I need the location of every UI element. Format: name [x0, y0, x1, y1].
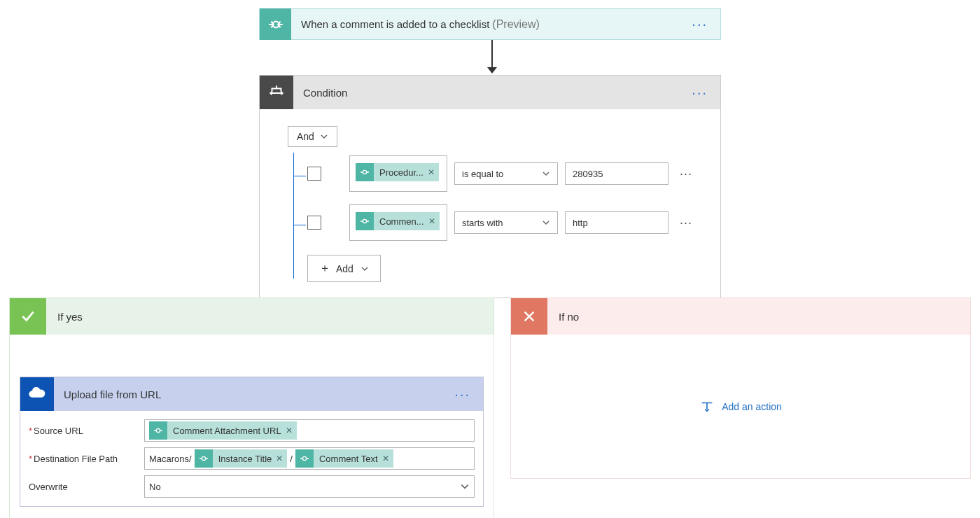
- if-yes-header: If yes: [10, 298, 493, 335]
- condition-more-icon[interactable]: ···: [692, 85, 708, 101]
- trigger-title: When a comment is added to a checklist: [301, 18, 489, 30]
- add-condition-button[interactable]: ＋ Add: [307, 255, 381, 282]
- operand-field[interactable]: Procedur... ✕: [349, 155, 447, 192]
- row-checkbox[interactable]: [307, 216, 321, 230]
- svg-point-5: [302, 456, 306, 460]
- field-label: *Source URL: [29, 426, 144, 436]
- upload-header[interactable]: Upload file from URL ···: [20, 377, 483, 411]
- process-street-icon: [195, 449, 213, 468]
- condition-title: Condition: [303, 87, 347, 99]
- token-label: Instance Title: [213, 454, 276, 464]
- operator-dropdown[interactable]: is equal to: [454, 162, 558, 185]
- upload-action-card: Upload file from URL ··· *Source URL Com…: [20, 377, 484, 507]
- chevron-down-icon: [360, 265, 369, 273]
- source-url-input[interactable]: Comment Attachment URL ✕: [144, 419, 475, 442]
- process-street-icon: [260, 8, 291, 40]
- dest-path-input[interactable]: Macarons/ Instance Title ✕ /: [144, 447, 475, 470]
- if-no-header: If no: [511, 298, 970, 335]
- group-operator-dropdown[interactable]: And: [288, 126, 337, 147]
- svg-point-4: [202, 456, 205, 460]
- condition-row: Commen... ✕ starts with http ···: [307, 210, 692, 235]
- source-url-row: *Source URL Comment Attachment URL ✕: [29, 416, 475, 444]
- token-label: Comment Attachment URL: [167, 426, 286, 436]
- condition-header[interactable]: Condition ···: [260, 76, 720, 109]
- upload-title: Upload file from URL: [64, 388, 161, 400]
- process-street-icon: [295, 449, 314, 468]
- preview-tag: (Preview): [492, 18, 540, 31]
- value-input[interactable]: http: [565, 211, 668, 234]
- condition-card: Condition ··· And Procedur... ✕: [259, 75, 721, 298]
- add-label: Add: [336, 263, 354, 274]
- token-remove-icon[interactable]: ✕: [428, 167, 435, 177]
- operand-field[interactable]: Commen... ✕: [349, 204, 447, 241]
- dynamic-token[interactable]: Commen... ✕: [356, 212, 440, 230]
- process-street-icon: [356, 163, 374, 181]
- chevron-down-icon: [542, 218, 550, 227]
- token-label: Procedur...: [374, 167, 428, 178]
- dest-path-row: *Destination File Path Macarons/ Instanc…: [29, 444, 475, 472]
- process-street-icon: [356, 212, 374, 230]
- svg-point-1: [363, 170, 366, 174]
- dynamic-token[interactable]: Comment Attachment URL ✕: [149, 421, 297, 440]
- dynamic-token[interactable]: Procedur... ✕: [356, 163, 439, 181]
- upload-more-icon[interactable]: ···: [454, 386, 470, 402]
- chevron-down-icon: [542, 169, 550, 178]
- process-street-icon: [149, 421, 167, 440]
- onedrive-icon: [20, 377, 54, 411]
- token-label: Commen...: [374, 216, 428, 227]
- x-icon: [511, 298, 547, 335]
- chevron-down-icon: [320, 132, 328, 141]
- field-label: Overwrite: [29, 482, 144, 492]
- token-remove-icon[interactable]: ✕: [382, 454, 389, 463]
- overwrite-row: Overwrite No: [29, 472, 475, 500]
- group-operator-label: And: [297, 131, 314, 142]
- token-remove-icon[interactable]: ✕: [276, 454, 283, 463]
- token-remove-icon[interactable]: ✕: [428, 216, 435, 226]
- add-action-label: Add an action: [722, 401, 782, 412]
- svg-point-2: [363, 219, 366, 223]
- arrow-connector: [487, 40, 497, 74]
- if-yes-title: If yes: [57, 311, 83, 323]
- row-more-icon[interactable]: ···: [680, 216, 692, 230]
- condition-row: Procedur... ✕ is equal to 280935 ···: [307, 161, 692, 186]
- token-remove-icon[interactable]: ✕: [286, 426, 293, 435]
- if-no-title: If no: [559, 311, 579, 323]
- add-action-button[interactable]: Add an action: [699, 399, 782, 414]
- dynamic-token[interactable]: Comment Text ✕: [295, 449, 393, 468]
- svg-point-3: [156, 428, 160, 432]
- dynamic-token[interactable]: Instance Title ✕: [195, 449, 288, 468]
- row-checkbox[interactable]: [307, 167, 321, 181]
- chevron-down-icon: [460, 482, 470, 491]
- field-label: *Destination File Path: [29, 454, 144, 464]
- overwrite-select[interactable]: No: [144, 475, 475, 498]
- row-more-icon[interactable]: ···: [680, 167, 692, 181]
- trigger-card[interactable]: When a comment is added to a checklist (…: [259, 8, 721, 40]
- add-action-icon: [699, 399, 715, 414]
- trigger-more-icon[interactable]: ···: [692, 16, 708, 32]
- if-no-branch: If no Add an action: [510, 298, 971, 479]
- condition-icon: [260, 76, 293, 109]
- check-icon: [10, 298, 46, 335]
- plus-icon: ＋: [319, 261, 330, 276]
- token-label: Comment Text: [314, 454, 382, 464]
- operator-dropdown[interactable]: starts with: [454, 211, 558, 234]
- if-yes-branch: If yes Upload file from URL ··· *Source …: [9, 298, 494, 518]
- value-input[interactable]: 280935: [565, 162, 668, 185]
